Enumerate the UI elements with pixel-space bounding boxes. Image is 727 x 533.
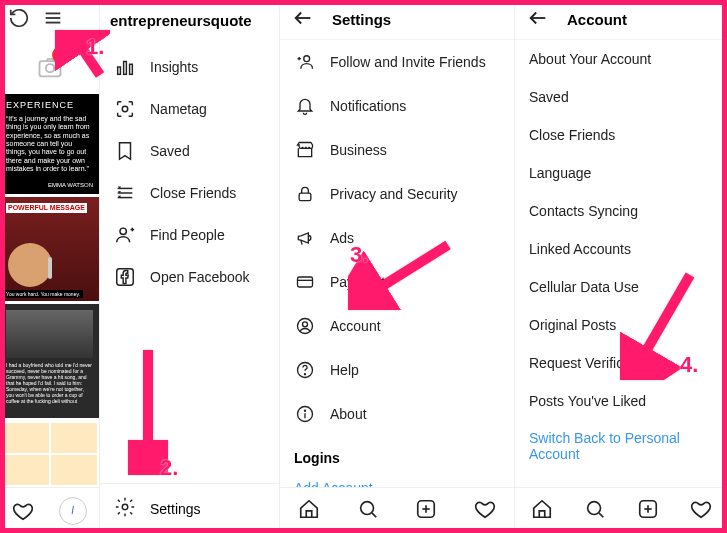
item-label: Notifications (330, 98, 406, 114)
heart-icon[interactable] (690, 498, 712, 524)
bookmark-icon (114, 140, 136, 162)
tile-body: I had a boyfriend who told me I'd never … (6, 362, 93, 404)
account-list: About Your Account Saved Close Friends L… (515, 40, 727, 487)
item-label: Business (330, 142, 387, 158)
settings-item-ads[interactable]: Ads (280, 216, 514, 260)
tile-caption: EMMA WATSON (48, 182, 93, 189)
help-icon (294, 359, 316, 381)
tile-mic (48, 257, 52, 279)
menu-label: Close Friends (150, 185, 236, 201)
menu-label: Nametag (150, 101, 207, 117)
search-icon[interactable] (584, 498, 606, 524)
profile-menu-panel: entrepreneursquote Insights Nametag Save… (100, 0, 280, 533)
settings-item-notifications[interactable]: Notifications (280, 84, 514, 128)
tile-body: “It's a journey and the sad thing is you… (6, 115, 93, 174)
svg-rect-5 (118, 67, 121, 74)
svg-rect-7 (130, 64, 133, 74)
menu-label: Open Facebook (150, 269, 250, 285)
svg-rect-23 (298, 277, 313, 287)
settings-item-help[interactable]: Help (280, 348, 514, 392)
menu-label: Insights (150, 59, 198, 75)
item-label: Privacy and Security (330, 186, 458, 202)
bell-icon (294, 95, 316, 117)
close-friends-icon (114, 182, 136, 204)
lock-icon (294, 183, 316, 205)
account-icon (294, 315, 316, 337)
menu-label: Saved (150, 143, 190, 159)
post-thumbnail[interactable]: EXPERIENCE “It's a journey and the sad t… (0, 94, 99, 194)
account-item-about-your-account[interactable]: About Your Account (515, 40, 727, 78)
profile-avatar-icon[interactable]: I (59, 497, 87, 525)
item-label: Account (330, 318, 381, 334)
search-icon[interactable] (357, 498, 379, 524)
left-strip: 3 EXPERIENCE “It's a journey and the sad… (0, 0, 100, 533)
svg-point-32 (360, 501, 373, 514)
svg-point-8 (122, 106, 128, 112)
svg-line-33 (372, 513, 376, 517)
settings-list: Follow and Invite Friends Notifications … (280, 40, 514, 487)
account-item-language[interactable]: Language (515, 154, 727, 192)
menu-item-close-friends[interactable]: Close Friends (100, 172, 279, 214)
svg-point-26 (303, 322, 308, 327)
menu-label: Find People (150, 227, 225, 243)
item-label: Payments (330, 274, 392, 290)
settings-item-follow-invite[interactable]: Follow and Invite Friends (280, 40, 514, 84)
account-item-linked-accounts[interactable]: Linked Accounts (515, 230, 727, 268)
svg-line-39 (599, 513, 603, 517)
home-icon[interactable] (298, 498, 320, 524)
strip-top-bar (0, 0, 99, 40)
add-account-link[interactable]: Add Account (280, 470, 514, 487)
account-item-posts-liked[interactable]: Posts You've Liked (515, 382, 727, 420)
heart-icon[interactable] (12, 500, 34, 522)
menu-item-nametag[interactable]: Nametag (100, 88, 279, 130)
menu-footer-settings[interactable]: Settings (100, 483, 279, 533)
app-container: 3 EXPERIENCE “It's a journey and the sad… (0, 0, 727, 533)
menu-item-open-facebook[interactable]: Open Facebook (100, 256, 279, 298)
account-item-cellular-data[interactable]: Cellular Data Use (515, 268, 727, 306)
home-icon[interactable] (531, 498, 553, 524)
add-post-icon[interactable] (637, 498, 659, 524)
bottom-nav (515, 487, 727, 533)
settings-item-payments[interactable]: Payments (280, 260, 514, 304)
menu-item-insights[interactable]: Insights (100, 46, 279, 88)
add-post-icon[interactable] (415, 498, 437, 524)
account-header: Account (515, 0, 727, 40)
hamburger-menu-icon[interactable] (42, 7, 64, 33)
account-item-original-posts[interactable]: Original Posts (515, 306, 727, 344)
camera-row[interactable]: 3 (0, 40, 99, 94)
account-item-close-friends[interactable]: Close Friends (515, 116, 727, 154)
account-item-request-verification[interactable]: Request Verification (515, 344, 727, 382)
switch-back-link[interactable]: Switch Back to Personal Account (515, 420, 727, 472)
svg-point-28 (305, 374, 306, 375)
gear-icon (114, 496, 136, 521)
settings-item-about[interactable]: About (280, 392, 514, 436)
megaphone-icon (294, 227, 316, 249)
menu-item-saved[interactable]: Saved (100, 130, 279, 172)
profile-menu-list: Insights Nametag Saved Close Friends Fin… (100, 40, 279, 483)
settings-item-business[interactable]: Business (280, 128, 514, 172)
settings-header: Settings (280, 0, 514, 40)
svg-rect-6 (124, 62, 127, 75)
footer-label: Settings (150, 501, 201, 517)
settings-item-account[interactable]: Account (280, 304, 514, 348)
account-item-contacts-syncing[interactable]: Contacts Syncing (515, 192, 727, 230)
post-thumbnail[interactable]: I had a boyfriend who told me I'd never … (0, 304, 99, 418)
storefront-icon (294, 139, 316, 161)
post-thumbnail[interactable] (0, 421, 99, 487)
tile-subcaption: You work hard. You make money. (3, 290, 83, 298)
post-thumbnail[interactable]: POWERFUL MESSAGE You work hard. You make… (0, 197, 99, 301)
back-icon[interactable] (292, 7, 314, 32)
bottom-nav (280, 487, 514, 533)
item-label: Help (330, 362, 359, 378)
svg-point-31 (305, 410, 306, 411)
settings-item-privacy[interactable]: Privacy and Security (280, 172, 514, 216)
facebook-icon (114, 266, 136, 288)
notification-badge: 3 (52, 46, 70, 64)
svg-point-38 (587, 501, 600, 514)
archive-icon[interactable] (8, 7, 30, 33)
back-icon[interactable] (527, 7, 549, 32)
heart-icon[interactable] (474, 498, 496, 524)
account-panel: Account About Your Account Saved Close F… (515, 0, 727, 533)
account-item-saved[interactable]: Saved (515, 78, 727, 116)
menu-item-find-people[interactable]: Find People (100, 214, 279, 256)
